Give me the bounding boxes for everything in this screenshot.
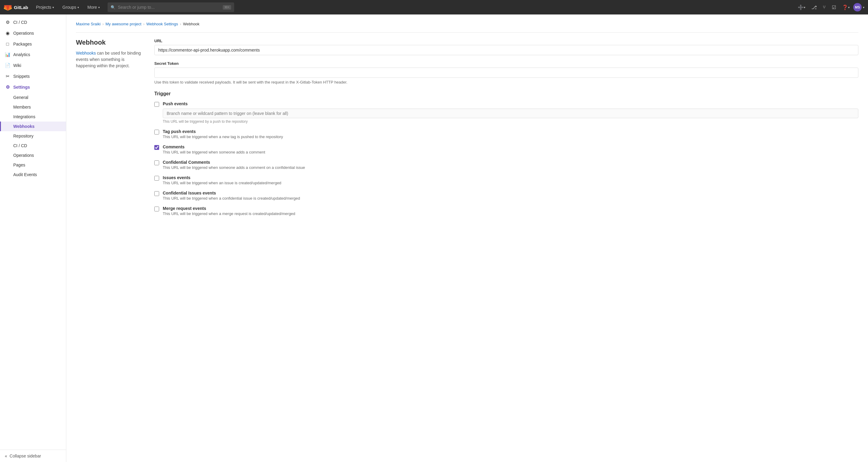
sidebar-item-settings[interactable]: ⚙ Settings (0, 82, 66, 93)
settings-submenu: General Members Integrations Webhooks Re… (0, 93, 66, 179)
push-events-branch-wrap: This URL will be triggered by a push to … (163, 109, 858, 124)
tag-push-events-checkbox[interactable] (154, 130, 159, 135)
confidential-issues-events-label[interactable]: Confidential Issues events (163, 191, 216, 195)
webhook-form: URL Secret Token Use this token to valid… (154, 38, 858, 222)
breadcrumb-item-user[interactable]: Maxime Sraiki (76, 22, 101, 26)
topnav-actions: ➕▾ ⎇ ⑂ ☑ ❓▾ MS ▾ (795, 3, 864, 12)
sidebar-item-label: Analytics (13, 52, 30, 57)
sidebar-item-label: Packages (13, 41, 32, 47)
breadcrumb-separator: › (102, 22, 104, 26)
sidebar-item-operations[interactable]: ◉ Operations (0, 28, 66, 38)
sidebar-sub-item-pages[interactable]: Pages (0, 160, 66, 170)
trigger-push-events: Push events This URL will be triggered b… (154, 101, 858, 124)
ci-cd-icon: ⚙ (5, 20, 10, 25)
sidebar-item-label: Operations (13, 31, 34, 36)
webhooks-link[interactable]: Webhooks (76, 51, 96, 56)
search-bar[interactable]: 🔍 ⌘K (107, 2, 234, 12)
todos-button[interactable]: ☑ (830, 3, 838, 12)
url-field-group: URL (154, 38, 858, 55)
sidebar-sub-item-webhooks[interactable]: Webhooks (0, 121, 66, 131)
trigger-comments: Comments This URL will be triggered when… (154, 144, 858, 154)
page-description: Webhook Webhooks can be used for binding… (76, 38, 142, 222)
gitlab-logo[interactable]: GitLab (4, 3, 28, 11)
breadcrumb-item-project[interactable]: My awesome project (105, 22, 141, 26)
top-navigation: GitLab Projects ▾ Groups ▾ More ▾ 🔍 ⌘K ➕… (0, 0, 868, 15)
user-avatar[interactable]: MS (853, 3, 862, 11)
issues-events-checkbox[interactable] (154, 176, 159, 181)
breadcrumb-current: Webhook (183, 22, 199, 26)
groups-nav-button[interactable]: Groups ▾ (59, 3, 82, 11)
sidebar-item-snippets[interactable]: ✂ Snippets (0, 71, 66, 82)
confidential-comments-checkbox[interactable] (154, 161, 159, 165)
sidebar-sub-item-audit-events[interactable]: Audit Events (0, 170, 66, 179)
projects-nav-button[interactable]: Projects ▾ (33, 3, 57, 11)
confidential-comments-label[interactable]: Confidential Comments (163, 160, 210, 165)
url-input[interactable] (154, 45, 858, 55)
content-wrapper: Webhook Webhooks can be used for binding… (76, 38, 858, 222)
sidebar-sub-item-general[interactable]: General (0, 93, 66, 102)
search-shortcut: ⌘K (223, 5, 231, 10)
issues-button[interactable]: ⎇ (809, 3, 819, 12)
sidebar-item-label: Snippets (13, 74, 30, 79)
chevron-down-icon: ▾ (98, 6, 100, 9)
avatar-chevron[interactable]: ▾ (863, 6, 864, 9)
secret-token-hint: Use this token to validate received payl… (154, 80, 858, 85)
confidential-issues-events-desc: This URL will be triggered when a confid… (163, 196, 858, 201)
url-label: URL (154, 38, 858, 43)
trigger-merge-request-events: Merge request events This URL will be tr… (154, 206, 858, 216)
merge-request-events-checkbox[interactable] (154, 207, 159, 211)
main-content: Maxime Sraiki › My awesome project › Web… (66, 15, 868, 462)
chevron-down-icon: ▾ (53, 6, 54, 9)
push-events-hint: This URL will be triggered by a push to … (163, 119, 858, 124)
comments-desc: This URL will be triggered when someone … (163, 150, 858, 154)
issues-events-desc: This URL will be triggered when an issue… (163, 181, 858, 185)
breadcrumb-separator: › (143, 22, 144, 26)
chevron-down-icon: ▾ (78, 6, 79, 9)
secret-token-label: Secret Token (154, 61, 858, 66)
issues-events-label[interactable]: Issues events (163, 175, 190, 180)
sidebar-sub-item-members[interactable]: Members (0, 102, 66, 112)
trigger-confidential-comments: Confidential Comments This URL will be t… (154, 160, 858, 170)
trigger-label: Trigger (154, 91, 858, 96)
create-button[interactable]: ➕▾ (795, 3, 808, 12)
sidebar-item-label: Wiki (13, 63, 21, 68)
breadcrumb-item-settings[interactable]: Webhook Settings (147, 22, 178, 26)
sidebar-sub-item-integrations[interactable]: Integrations (0, 112, 66, 121)
settings-icon: ⚙ (5, 84, 10, 90)
trigger-issues-events: Issues events This URL will be triggered… (154, 175, 858, 185)
operations-icon: ◉ (5, 30, 10, 36)
wiki-icon: 📄 (5, 63, 10, 68)
sidebar-sub-item-ci-cd[interactable]: CI / CD (0, 141, 66, 150)
sidebar: ⚙ CI / CD ◉ Operations □ Packages 📊 Anal… (0, 15, 66, 462)
push-events-checkbox[interactable] (154, 102, 159, 107)
sidebar-item-label: Settings (13, 85, 30, 90)
packages-icon: □ (5, 41, 10, 47)
help-button[interactable]: ❓▾ (840, 3, 852, 12)
sidebar-sub-item-repository[interactable]: Repository (0, 131, 66, 141)
search-input[interactable] (118, 5, 220, 10)
trigger-confidential-issues-events: Confidential Issues events This URL will… (154, 191, 858, 201)
sidebar-sub-item-operations[interactable]: Operations (0, 150, 66, 160)
push-events-label[interactable]: Push events (163, 101, 187, 106)
sidebar-item-wiki[interactable]: 📄 Wiki (0, 60, 66, 71)
secret-token-input[interactable] (154, 67, 858, 78)
sidebar-item-packages[interactable]: □ Packages (0, 38, 66, 49)
sidebar-item-analytics[interactable]: 📊 Analytics (0, 49, 66, 60)
confidential-issues-events-checkbox[interactable] (154, 191, 159, 196)
breadcrumb-separator: › (180, 22, 181, 26)
breadcrumb: Maxime Sraiki › My awesome project › Web… (76, 22, 858, 26)
page-description-text: Webhooks can be used for binding events … (76, 50, 142, 69)
comments-label[interactable]: Comments (163, 144, 184, 149)
merge-request-events-label[interactable]: Merge request events (163, 206, 206, 211)
chevron-left-icon: « (5, 454, 7, 458)
analytics-icon: 📊 (5, 52, 10, 57)
push-events-branch-input[interactable] (163, 109, 858, 118)
collapse-sidebar-button[interactable]: « Collapse sidebar (0, 450, 66, 462)
trigger-section: Trigger Push events This URL will be tri… (154, 91, 858, 216)
more-nav-button[interactable]: More ▾ (84, 3, 103, 11)
merge-requests-button[interactable]: ⑂ (820, 3, 828, 12)
tag-push-events-label[interactable]: Tag push events (163, 129, 195, 134)
comments-checkbox[interactable] (154, 145, 159, 150)
sidebar-item-ci-cd[interactable]: ⚙ CI / CD (0, 17, 66, 28)
merge-request-events-desc: This URL will be triggered when a merge … (163, 211, 858, 216)
